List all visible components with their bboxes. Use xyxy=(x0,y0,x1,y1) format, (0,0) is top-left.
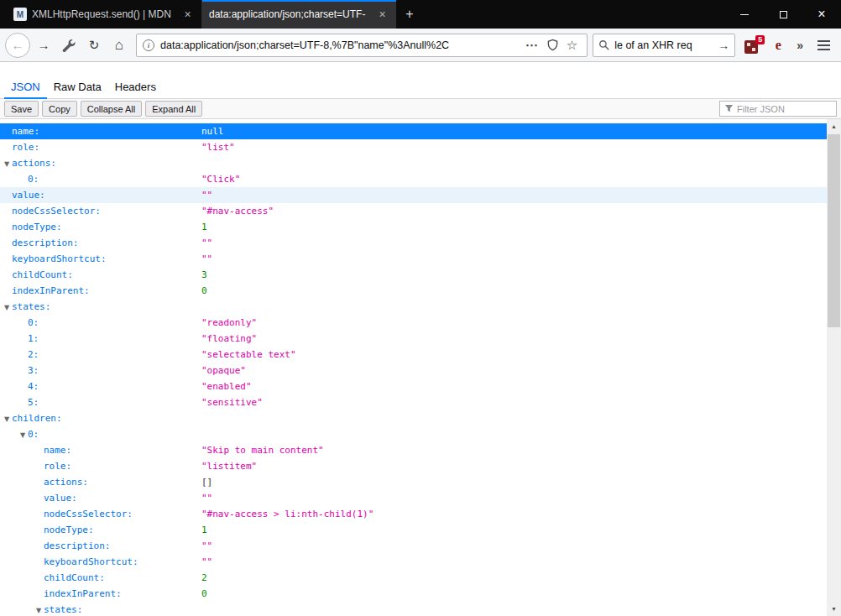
json-row[interactable]: description:"" xyxy=(0,538,827,554)
json-row[interactable]: ▼states: xyxy=(0,299,827,315)
bookmark-star-icon[interactable]: ☆ xyxy=(563,38,581,53)
navigation-toolbar: ← → ↻ ⌂ i data:application/json;charset=… xyxy=(0,29,841,62)
search-go-icon[interactable]: → xyxy=(715,39,729,52)
home-button[interactable]: ⌂ xyxy=(107,34,131,57)
json-row[interactable]: nodeCssSelector:"#nav-access" xyxy=(0,203,827,219)
json-row[interactable]: nodeType:1 xyxy=(0,219,827,235)
json-row[interactable]: childCount:3 xyxy=(0,267,827,283)
tab-close-icon[interactable]: × xyxy=(375,8,389,21)
collapse-all-button[interactable]: Collapse All xyxy=(81,101,142,117)
json-row[interactable]: childCount:2 xyxy=(0,570,827,586)
scrollbar-thumb[interactable] xyxy=(828,134,840,327)
json-key: actions: xyxy=(44,477,88,488)
tab-close-icon[interactable]: × xyxy=(180,8,195,21)
menu-button[interactable] xyxy=(811,34,836,57)
tab-headers[interactable]: Headers xyxy=(108,81,163,99)
url-text[interactable]: data:application/json;charset=UTF-8,%7B"… xyxy=(160,39,521,51)
json-key: indexInParent: xyxy=(12,285,90,296)
json-row[interactable]: keyboardShortcut:"" xyxy=(0,251,827,267)
json-row[interactable]: value:"" xyxy=(0,490,827,506)
maximize-button[interactable] xyxy=(764,0,802,29)
json-key: 3: xyxy=(28,365,39,376)
json-row[interactable]: 0:"Click" xyxy=(0,171,827,187)
json-row[interactable]: indexInParent:0 xyxy=(0,283,827,299)
json-row[interactable]: description:"" xyxy=(0,235,827,251)
hamburger-icon xyxy=(817,40,830,50)
extension-button-2[interactable]: e xyxy=(770,38,786,53)
tab-json[interactable]: JSON xyxy=(4,81,47,99)
json-row[interactable]: role:"list" xyxy=(0,139,827,155)
minimize-button[interactable] xyxy=(725,0,764,29)
info-icon[interactable]: i xyxy=(143,39,154,51)
extension-badge: 5 xyxy=(755,35,765,44)
json-value: "" xyxy=(201,538,212,554)
json-row[interactable]: 4:"enabled" xyxy=(0,378,827,394)
json-row[interactable]: ▼0: xyxy=(0,426,827,442)
page-actions-button[interactable]: ⋯ xyxy=(521,38,542,53)
tab-title: data:application/json;charset=UTF- xyxy=(209,8,375,20)
json-key: states: xyxy=(44,604,82,615)
extension-button-1[interactable]: 5 xyxy=(744,35,763,55)
browser-tab-json[interactable]: data:application/json;charset=UTF- × xyxy=(201,0,396,29)
json-row[interactable]: keyboardShortcut:"" xyxy=(0,554,827,570)
json-row[interactable]: ▼actions: xyxy=(0,155,827,171)
shield-icon[interactable] xyxy=(542,39,563,51)
json-key: description: xyxy=(44,540,110,551)
vertical-scrollbar[interactable]: ▲ ▼ xyxy=(827,119,841,616)
expand-all-button[interactable]: Expand All xyxy=(145,101,202,117)
twisty-expanded-icon[interactable]: ▼ xyxy=(18,427,28,443)
json-viewer-content: name:nullrole:"list"▼actions:0:"Click"va… xyxy=(0,119,841,616)
json-row[interactable]: name:"Skip to main content" xyxy=(0,442,827,458)
url-bar[interactable]: i data:application/json;charset=UTF-8,%7… xyxy=(136,34,588,57)
json-row[interactable]: role:"listitem" xyxy=(0,458,827,474)
new-tab-button[interactable]: + xyxy=(396,0,423,29)
scroll-down-icon[interactable]: ▼ xyxy=(827,602,841,616)
json-key: name: xyxy=(44,445,71,456)
overflow-chevron-button[interactable]: » xyxy=(791,39,809,52)
tools-button[interactable] xyxy=(57,34,81,57)
twisty-expanded-icon[interactable]: ▼ xyxy=(2,300,12,316)
json-row[interactable]: nodeType:1 xyxy=(0,522,827,538)
json-row[interactable]: 3:"opaque" xyxy=(0,363,827,378)
forward-button[interactable]: → xyxy=(32,34,55,57)
json-key: indexInParent: xyxy=(44,588,122,599)
json-key: childCount: xyxy=(44,572,105,583)
twisty-expanded-icon[interactable]: ▼ xyxy=(2,411,12,427)
json-row[interactable]: 0:"readonly" xyxy=(0,315,827,331)
close-window-button[interactable]: × xyxy=(802,0,841,29)
browser-tab-mdn[interactable]: M XMLHttpRequest.send() | MDN × xyxy=(7,0,201,29)
json-key: children: xyxy=(12,413,62,424)
json-row[interactable]: 2:"selectable text" xyxy=(0,347,827,363)
titlebar: M XMLHttpRequest.send() | MDN × data:app… xyxy=(0,0,841,29)
back-button[interactable]: ← xyxy=(5,33,30,58)
json-row[interactable]: indexInParent:0 xyxy=(0,586,827,602)
reload-button[interactable]: ↻ xyxy=(82,34,106,57)
json-key: nodeType: xyxy=(12,222,62,232)
twisty-expanded-icon[interactable]: ▼ xyxy=(2,156,12,172)
json-value: 0 xyxy=(201,586,207,602)
json-key: nodeType: xyxy=(44,525,94,535)
json-value: 2 xyxy=(201,570,207,586)
scroll-up-icon[interactable]: ▲ xyxy=(827,119,841,133)
minimize-icon xyxy=(740,14,749,15)
json-row[interactable]: nodeCssSelector:"#nav-access > li:nth-ch… xyxy=(0,506,827,522)
json-row[interactable]: ▼states: xyxy=(0,602,827,616)
json-row[interactable]: ▼children: xyxy=(0,410,827,426)
filter-json-box[interactable] xyxy=(719,101,837,117)
json-key: nodeCssSelector: xyxy=(44,509,133,519)
json-key: states: xyxy=(12,301,50,312)
json-row[interactable]: name:null xyxy=(0,123,827,139)
filter-icon xyxy=(724,104,734,113)
search-bar[interactable]: → xyxy=(593,34,735,57)
json-row[interactable]: 1:"floating" xyxy=(0,331,827,347)
filter-json-input[interactable] xyxy=(737,104,832,114)
save-button[interactable]: Save xyxy=(4,101,39,117)
search-input[interactable] xyxy=(614,39,715,51)
json-row[interactable]: 5:"sensitive" xyxy=(0,394,827,410)
copy-button[interactable]: Copy xyxy=(42,101,77,117)
json-row[interactable]: actions:[] xyxy=(0,474,827,490)
json-key: 5: xyxy=(28,397,39,408)
twisty-expanded-icon[interactable]: ▼ xyxy=(34,603,44,616)
tab-raw-data[interactable]: Raw Data xyxy=(47,81,108,99)
json-row[interactable]: value:"" xyxy=(0,187,827,203)
